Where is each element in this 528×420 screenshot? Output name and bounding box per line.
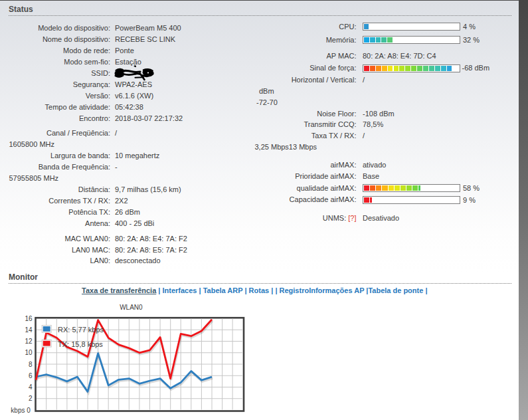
svg-text:6: 6 xyxy=(29,372,33,379)
svg-text:14: 14 xyxy=(25,326,33,334)
svg-text:TX: 15,8 kbps: TX: 15,8 kbps xyxy=(58,340,103,348)
svg-text:RX: 5,77 kbps: RX: 5,77 kbps xyxy=(58,326,104,334)
svg-text:4: 4 xyxy=(29,383,33,391)
svg-text:12: 12 xyxy=(25,338,33,345)
svg-text:8: 8 xyxy=(29,361,33,368)
svg-text:WLAN0: WLAN0 xyxy=(120,304,143,311)
svg-text:2: 2 xyxy=(29,395,33,402)
svg-text:kbps 0: kbps 0 xyxy=(11,407,31,414)
svg-text:16: 16 xyxy=(25,315,33,322)
svg-text:10: 10 xyxy=(25,349,33,356)
